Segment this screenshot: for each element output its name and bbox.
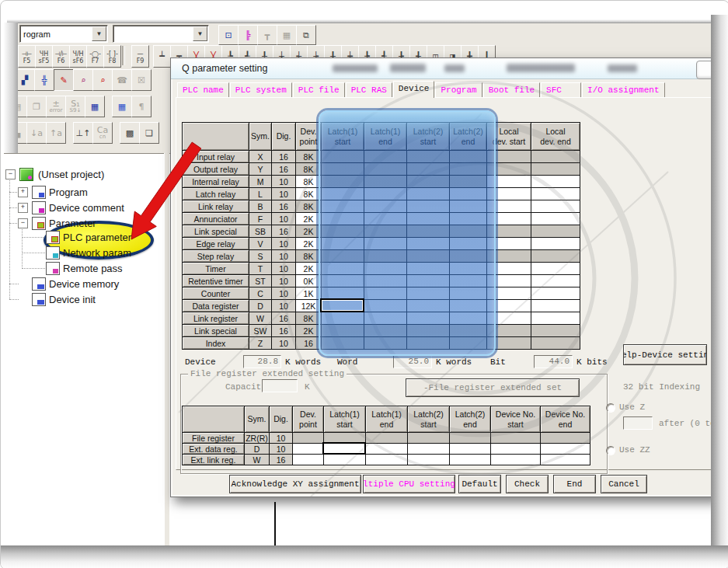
tree-item-device-init[interactable]: Device init [49, 292, 96, 306]
file-register-extended-button[interactable]: -File register extended set [406, 378, 580, 397]
plc-parameter-icon [46, 231, 60, 244]
indexing-after-field[interactable] [623, 416, 653, 430]
capacity-field[interactable] [262, 379, 298, 392]
tree-expander-collapse[interactable]: − [5, 169, 16, 179]
chevron-down-icon[interactable]: ▼ [193, 26, 207, 41]
table-cell[interactable] [531, 176, 580, 188]
tab-program[interactable]: Program [435, 82, 482, 98]
table-cell[interactable]: 8K [296, 176, 322, 188]
tree-expander-collapse[interactable]: − [18, 218, 28, 228]
table-cell: X [249, 151, 272, 163]
frame-shadow-right [711, 15, 728, 568]
table-cell[interactable] [408, 444, 450, 455]
table-cell [450, 433, 491, 444]
grid-icon[interactable]: ▦ [85, 96, 105, 117]
table-cell[interactable]: 8K [296, 188, 322, 200]
dialog-titlebar[interactable]: Q parameter setting [171, 58, 716, 79]
remote-icon [46, 262, 60, 275]
table-cell [491, 433, 541, 444]
tab-i-o-assignment[interactable]: I/O assignment [582, 82, 664, 98]
tree-item-device-memory[interactable]: Device memory [49, 277, 119, 291]
tab-device[interactable]: Device [393, 81, 435, 98]
table-cell[interactable] [541, 455, 590, 465]
table-cell[interactable] [491, 455, 541, 465]
ladder-symbol-button-sF5[interactable]: ЧНsF5 [35, 45, 53, 68]
table-cell[interactable] [531, 213, 580, 225]
monitor-write-icon[interactable]: ⌕ [92, 69, 113, 91]
tree-expander-expand[interactable]: + [18, 187, 28, 197]
table-cell[interactable] [531, 312, 580, 325]
cancel-button[interactable]: Cancel [601, 475, 647, 493]
multiple-cpu-settings-button[interactable]: ltiple CPU setting [363, 475, 455, 493]
table-cell [408, 433, 450, 444]
tree-item-label: (Unset project) [38, 169, 104, 180]
new-window-icon[interactable]: ⊡ [218, 25, 239, 45]
jump-icon[interactable]: ⊥↑ [73, 122, 93, 144]
project-tree-icon[interactable]: ╠ [238, 25, 258, 45]
table-cell[interactable]: 0K [296, 275, 322, 287]
pulse-contact-button[interactable]: ┷ [153, 45, 171, 68]
table-cell[interactable] [293, 444, 324, 455]
tab-plc-system[interactable]: PLC system [230, 82, 292, 98]
table-cell[interactable] [531, 287, 580, 300]
table-cell[interactable] [531, 263, 580, 275]
tab-sfc[interactable]: SFC [541, 82, 581, 98]
chevron-down-icon[interactable]: ▼ [92, 26, 106, 41]
device-total-label: Device [185, 357, 216, 367]
table-cell[interactable] [450, 455, 491, 465]
table-cell[interactable]: 2K [296, 263, 322, 275]
ladder-symbol-button-F7[interactable]: -◯-F7 [86, 45, 104, 68]
table-cell[interactable] [408, 455, 450, 465]
tab-boot-file[interactable]: Boot file [483, 82, 540, 98]
ladder-symbol-button-F8[interactable]: -[ ]-F8 [103, 45, 121, 68]
table-cell: 8K [296, 200, 322, 213]
use-zz-radio[interactable] [606, 446, 615, 455]
device-table-selected-cell[interactable] [320, 298, 364, 312]
table-cell[interactable] [531, 300, 580, 312]
tree-item-parameter[interactable]: Parameter [49, 216, 96, 230]
copy-tool-icon[interactable]: ⧉ [296, 25, 316, 45]
table-cell[interactable]: 12K [296, 300, 322, 312]
table-cell[interactable] [491, 444, 541, 455]
project-icon [19, 168, 33, 181]
tree-expander-expand[interactable]: + [18, 203, 28, 213]
monitor-icon[interactable]: ⌕ [73, 69, 93, 91]
program-select-combo[interactable]: rogram ▼ [19, 25, 108, 43]
tree-item-program[interactable]: Program [49, 185, 88, 199]
table-cell[interactable] [366, 444, 408, 455]
table-cell[interactable]: 2K [296, 213, 322, 225]
table-cell[interactable] [366, 455, 408, 465]
check-button[interactable]: Check [506, 475, 549, 493]
table-cell[interactable]: 2K [296, 238, 322, 250]
use-z-radio[interactable] [606, 403, 615, 413]
tab-plc-file[interactable]: PLC file [293, 82, 345, 98]
tab-plc-ras[interactable]: PLC RAS [346, 82, 392, 98]
table-cell[interactable] [531, 275, 580, 287]
end-button[interactable]: End [553, 475, 596, 493]
ladder-symbol-button-sF6[interactable]: Ч/НsF6 [69, 45, 87, 68]
ladder-symbol-button-F6[interactable]: ⊣/⊢F6 [52, 45, 70, 68]
tree-item-unset-project[interactable]: (Unset project) [38, 167, 104, 181]
wiring-icon[interactable]: ╬ [34, 69, 54, 91]
grid2-icon[interactable]: ▦ [112, 96, 132, 117]
table-cell[interactable] [541, 444, 590, 455]
tab-plc-name[interactable]: PLC name [177, 82, 229, 98]
acknowledge-xy-assignment-button[interactable]: Acknowledge XY assignment [229, 475, 361, 493]
help-device-setting-button[interactable]: elp-Device settin [623, 344, 707, 365]
default-button[interactable]: Default [458, 475, 501, 493]
table-cell: 10 [272, 300, 296, 312]
table-cell[interactable] [531, 188, 580, 200]
bit-total-unit: K bits [576, 357, 608, 367]
table-cell[interactable] [531, 238, 580, 250]
table-cell[interactable] [531, 200, 580, 213]
ladder-symbol-button-F5[interactable]: ⊣⊢F5 [18, 45, 36, 68]
write-mode-icon[interactable]: ✎ [54, 69, 74, 91]
file-register-selected-cell[interactable] [322, 442, 366, 455]
ladder-symbol-button-F9[interactable]: —F9 [131, 45, 149, 68]
table-cell[interactable] [324, 455, 366, 465]
find-prev-icon: ↑a [46, 122, 66, 144]
table-cell[interactable]: 1K [296, 287, 322, 300]
table-cell[interactable] [293, 455, 324, 465]
secondary-combo[interactable]: ▼ [113, 25, 209, 43]
table-cell[interactable] [450, 444, 491, 455]
